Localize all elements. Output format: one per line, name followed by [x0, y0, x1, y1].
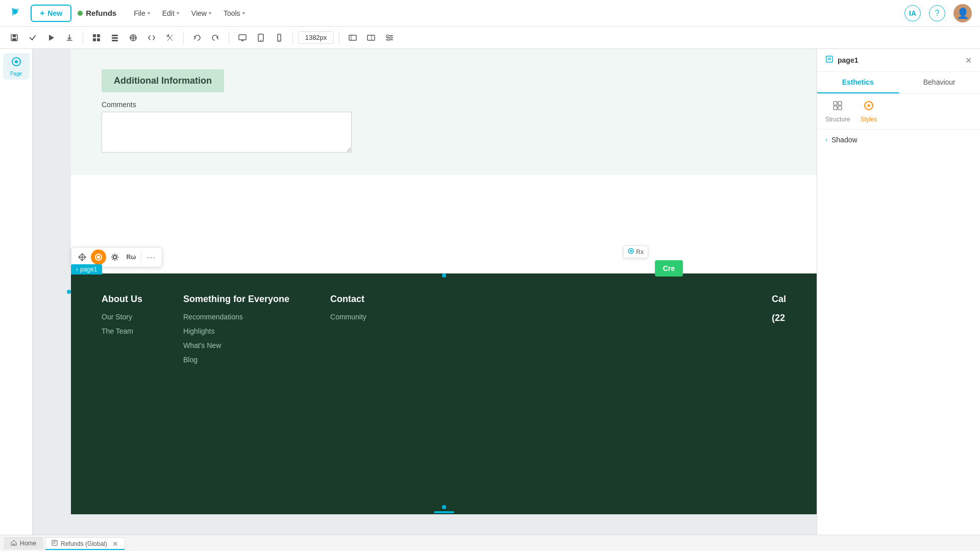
question-icon: ? — [935, 9, 940, 18]
responsive1-button[interactable] — [345, 30, 361, 46]
page-label: Page — [10, 71, 22, 77]
svg-rect-6 — [97, 34, 100, 37]
create-button[interactable]: Cre — [655, 260, 683, 277]
community-link[interactable]: Community — [330, 313, 366, 321]
separator-1 — [83, 32, 83, 44]
page-icon — [11, 56, 22, 70]
footer-resize-handle[interactable] — [71, 510, 817, 514]
recommendations-link[interactable]: Recommendations — [183, 313, 289, 321]
svg-rect-23 — [368, 35, 375, 40]
left-sidebar: Page — [0, 49, 33, 535]
rx-overlay[interactable]: Rx — [623, 245, 648, 258]
sidebar-item-page[interactable]: Page — [3, 53, 30, 80]
textarea-resize-handle[interactable] — [812, 192, 817, 197]
layout-settings-button[interactable] — [381, 30, 398, 46]
edit-chevron: ▾ — [177, 10, 179, 16]
svg-rect-10 — [112, 37, 118, 39]
whats-new-link[interactable]: What's New — [183, 341, 289, 349]
canvas-area: Additional Information Comments About Us… — [33, 49, 817, 535]
page-label-tag[interactable]: ‹ page1 — [71, 264, 102, 274]
subtab-structure[interactable]: Structure — [825, 100, 850, 123]
svg-rect-8 — [97, 38, 100, 41]
shadow-label: Shadow — [831, 136, 857, 144]
logo-icon[interactable] — [8, 5, 22, 22]
shadow-section: › Shadow — [817, 130, 980, 150]
highlights-link[interactable]: Highlights — [183, 327, 289, 335]
top-navbar: + New Refunds File ▾ Edit ▾ View ▾ Tools… — [0, 0, 980, 27]
svg-point-0 — [13, 10, 17, 14]
styles-icon — [863, 100, 874, 114]
home-tab-label: Home — [20, 540, 36, 547]
play-button[interactable] — [43, 30, 59, 46]
layers-button[interactable] — [107, 30, 123, 46]
svg-point-20 — [279, 40, 280, 41]
view-label: View — [191, 9, 207, 17]
structure-icon — [832, 100, 843, 114]
separator-5 — [339, 32, 339, 44]
panel-header: page1 ✕ — [817, 49, 980, 72]
html-button[interactable] — [162, 30, 178, 46]
float-move-btn[interactable] — [75, 249, 90, 265]
footer-bottom-handle[interactable] — [442, 505, 446, 509]
view-menu[interactable]: View ▾ — [186, 6, 216, 20]
responsive2-button[interactable] — [363, 30, 379, 46]
left-handle[interactable] — [67, 290, 71, 294]
data-button[interactable] — [125, 30, 141, 46]
tablet-button[interactable] — [253, 30, 269, 46]
new-label: New — [47, 9, 62, 17]
separator-4 — [292, 32, 293, 44]
edit-menu[interactable]: Edit ▾ — [157, 6, 184, 20]
redo-button[interactable] — [207, 30, 224, 46]
view-chevron: ▾ — [209, 10, 211, 16]
desktop-button[interactable] — [234, 30, 251, 46]
svg-marker-4 — [49, 35, 54, 41]
tab-esthetics[interactable]: Esthetics — [817, 72, 899, 93]
page-content: Additional Information Comments About Us… — [71, 49, 817, 514]
footer-contact-col: Contact Community — [330, 294, 366, 494]
new-button[interactable]: + New — [31, 5, 71, 22]
svg-rect-45 — [838, 106, 842, 110]
px-display[interactable]: 1382px — [298, 31, 334, 44]
save-button[interactable] — [6, 30, 22, 46]
export-button[interactable] — [61, 30, 78, 46]
blog-link[interactable]: Blog — [183, 356, 289, 364]
tab-home[interactable]: Home — [4, 537, 43, 549]
svg-rect-5 — [93, 34, 96, 37]
page-label-text: page1 — [80, 266, 97, 273]
our-story-link[interactable]: Our Story — [102, 313, 142, 321]
tools-menu[interactable]: Tools ▾ — [218, 6, 250, 20]
structure-label: Structure — [825, 116, 850, 123]
call-number: (22 — [772, 313, 786, 323]
components-button[interactable] — [88, 30, 105, 46]
panel-tabs: Esthetics Behaviour — [817, 72, 980, 94]
footer-section: About Us Our Story The Team Something fo… — [71, 273, 817, 514]
mobile-button[interactable] — [271, 30, 287, 46]
status-dot — [78, 11, 83, 16]
shadow-row[interactable]: › Shadow — [825, 136, 972, 144]
float-more-btn[interactable]: ⋯ — [143, 249, 159, 265]
check-button[interactable] — [24, 30, 41, 46]
code-button[interactable] — [143, 30, 160, 46]
panel-title: page1 — [838, 56, 858, 64]
the-team-link[interactable]: The Team — [102, 327, 142, 335]
subtab-styles[interactable]: Styles — [861, 100, 877, 123]
svg-point-34 — [97, 256, 100, 259]
tab-behaviour[interactable]: Behaviour — [899, 72, 981, 93]
help-button[interactable]: ? — [929, 5, 945, 21]
ia-button[interactable]: IA — [904, 5, 921, 21]
something-title: Something for Everyone — [183, 294, 289, 305]
undo-button[interactable] — [189, 30, 205, 46]
file-menu[interactable]: File ▾ — [129, 6, 155, 20]
bottom-tabs: Home Refunds (Global) ✕ — [0, 535, 980, 551]
float-rx-btn[interactable]: Rω — [124, 249, 139, 265]
footer-top-handle[interactable] — [442, 273, 446, 278]
separator-3 — [229, 32, 229, 44]
float-style-btn[interactable] — [91, 249, 106, 265]
comments-textarea[interactable] — [102, 112, 352, 153]
float-settings-btn[interactable] — [107, 249, 122, 265]
refunds-label: Refunds — [78, 9, 116, 17]
tab-refunds[interactable]: Refunds (Global) ✕ — [45, 537, 125, 550]
refunds-tab-close[interactable]: ✕ — [112, 540, 118, 548]
avatar[interactable]: 👤 — [953, 4, 972, 22]
panel-close-button[interactable]: ✕ — [965, 56, 972, 65]
